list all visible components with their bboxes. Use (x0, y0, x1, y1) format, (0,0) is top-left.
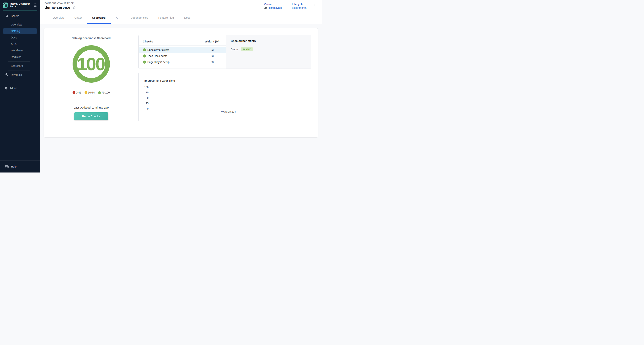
checks-header-label: Checks (143, 40, 153, 43)
lifecycle-label: Lifecycle (292, 3, 307, 6)
status-badge: PASSED (241, 47, 253, 52)
sidebar-item-label: Docs (11, 36, 17, 39)
breadcrumb: COMPONENT — SERVICE (44, 2, 76, 4)
check-row-tech-docs[interactable]: Tech Docs exists 33 (139, 53, 226, 59)
sidebar-item-label: APIs (11, 42, 16, 46)
sidebar-divider (8, 61, 30, 62)
sidebar-item-search[interactable]: Search (0, 13, 40, 19)
entity-tabs: Overview CI/CD Scorecard API Dependencie… (40, 12, 322, 24)
check-weight: 33 (201, 54, 224, 58)
sidebar-divider (8, 20, 30, 20)
sidebar-item-label: Admin (10, 87, 17, 90)
help-chat-icon: ? (5, 165, 9, 168)
check-label: Tech Docs exists (148, 54, 168, 58)
check-passed-icon (143, 54, 146, 58)
search-icon (5, 14, 8, 18)
score-gauge: 100 (72, 45, 110, 83)
legend-item-low: 0-49 (72, 91, 81, 94)
y-axis-tick: 100 (140, 86, 148, 88)
tab-scorecard[interactable]: Scorecard (87, 12, 111, 24)
page-title: demo-service (44, 5, 70, 10)
legend-item-high: 75-100 (98, 91, 110, 94)
owner-label: Owner (264, 3, 282, 6)
status-label: Status: (231, 48, 239, 51)
checks-table-header: Checks Weight (%) (139, 39, 226, 44)
x-axis-tick: 07:49:29.224 (221, 110, 236, 113)
apps-grid-icon[interactable] (34, 3, 38, 7)
score-value: 100 (77, 54, 104, 74)
owner-link[interactable]: ccmplayacc (264, 6, 282, 9)
check-weight: 33 (201, 60, 224, 64)
sidebar-item-label: Register (11, 56, 21, 58)
app-title: Internal Developer Portal (10, 2, 30, 8)
legend-dot-green (98, 91, 101, 94)
sidebar-item-help[interactable]: ? Help (0, 161, 40, 172)
main-area: COMPONENT — SERVICE demo-service Owner (40, 0, 322, 172)
sidebar-item-docs[interactable]: Docs (0, 34, 40, 41)
legend-dot-red (72, 91, 76, 94)
checks-panel: Checks Weight (%) Spec ow (138, 35, 311, 69)
sidebar-item-devtools[interactable]: DevTools (0, 72, 40, 78)
sidebar-item-overview[interactable]: Overview (0, 21, 40, 28)
y-axis-tick: 50 (140, 96, 148, 100)
more-options-kebab-icon[interactable] (312, 3, 317, 9)
legend-item-mid: 50-74 (84, 91, 95, 94)
check-passed-icon (143, 48, 146, 52)
check-passed-icon (143, 60, 146, 64)
sidebar-header: Internal Developer Portal (0, 0, 40, 10)
scorecard-card: Catalog Readiness Scorecard 100 0-49 50-… (44, 28, 318, 137)
sidebar-footer: ? Help (0, 160, 40, 172)
check-weight: 33 (201, 48, 224, 52)
entity-header: COMPONENT — SERVICE demo-service Owner (40, 0, 322, 12)
check-label: Pagerduty is setup (148, 60, 170, 64)
checks-table: Checks Weight (%) Spec ow (139, 35, 226, 68)
scorecard-title: Catalog Readiness Scorecard (72, 36, 111, 40)
owner-block: Owner ccmplayacc (264, 3, 282, 9)
check-row-spec-owner[interactable]: Spec owner exists 33 (139, 47, 226, 53)
y-axis-tick: 0 (140, 108, 148, 110)
app-logo-icon (3, 2, 8, 8)
lifecycle-value: experimental (292, 6, 307, 9)
legend-label: 0-49 (76, 91, 81, 94)
check-row-pagerduty[interactable]: Pagerduty is setup 33 (139, 59, 226, 65)
tab-feature-flag[interactable]: Feature Flag (153, 12, 179, 24)
checks-column: Checks Weight (%) Spec ow (138, 28, 318, 137)
tab-dependencies[interactable]: Dependencies (126, 12, 153, 24)
sidebar-item-label: Help (11, 165, 16, 168)
sidebar-item-workflows[interactable]: Workflows (0, 47, 40, 54)
lifecycle-block: Lifecycle experimental (292, 3, 307, 9)
legend-dot-yellow (84, 91, 88, 94)
wrench-icon (5, 73, 8, 76)
gear-icon (4, 86, 8, 90)
chart-title: Improvement Over Time (144, 79, 175, 82)
tab-overview[interactable]: Overview (48, 12, 69, 24)
sidebar-item-label: Catalog (11, 30, 20, 32)
tab-docs[interactable]: Docs (179, 12, 196, 24)
owner-value: ccmplayacc (268, 6, 282, 9)
sidebar-divider (8, 70, 30, 70)
check-status-row: Status: PASSED (231, 47, 306, 52)
entity-title-block: COMPONENT — SERVICE demo-service (44, 2, 76, 10)
sidebar-item-admin[interactable]: Admin (0, 84, 40, 93)
check-label: Spec owner exists (148, 48, 169, 52)
entity-meta: Owner ccmplayacc Lifecycle experimental (264, 3, 307, 9)
legend-label: 50-74 (88, 91, 95, 94)
check-detail-title: Spec owner exists (231, 39, 306, 42)
tab-api[interactable]: API (111, 12, 125, 24)
y-axis-tick: 25 (140, 102, 148, 105)
sidebar-item-catalog[interactable]: Catalog (3, 28, 37, 34)
sidebar-divider (3, 82, 37, 82)
sidebar-item-register[interactable]: Register (0, 54, 40, 60)
rerun-checks-button[interactable]: Rerun Checks (74, 112, 108, 120)
gauge-column: Catalog Readiness Scorecard 100 0-49 50-… (44, 28, 138, 137)
tab-cicd[interactable]: CI/CD (69, 12, 87, 24)
y-axis-tick: 75 (140, 91, 148, 94)
sidebar-item-label: Search (11, 14, 19, 18)
sidebar: Internal Developer Portal Search Overvi (0, 0, 40, 172)
sidebar-item-label: Workflows (11, 49, 23, 52)
last-updated-text: Last Updated: 1 minute ago (74, 106, 108, 109)
sidebar-item-scorecard[interactable]: Scorecard (0, 63, 40, 69)
favorite-star-icon[interactable] (72, 6, 76, 9)
sidebar-nav: Search Overview Catalog Docs APIs Workfl… (0, 10, 40, 93)
sidebar-item-apis[interactable]: APIs (0, 41, 40, 47)
